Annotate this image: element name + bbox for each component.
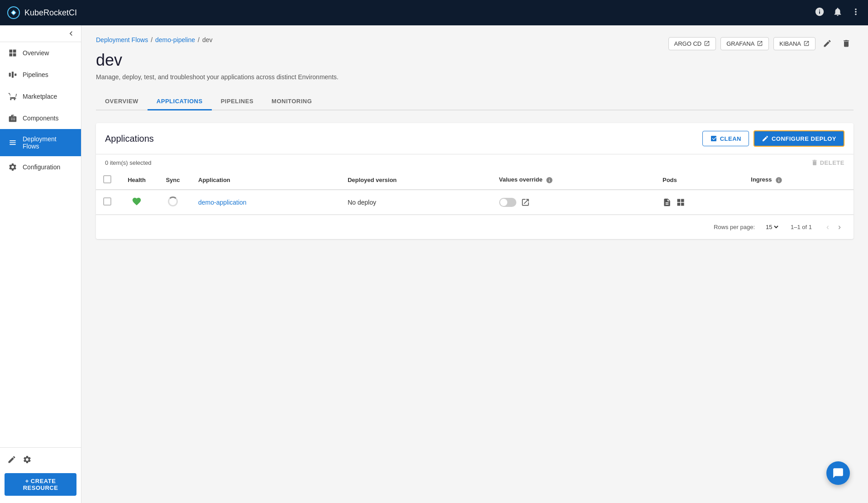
delete-page-button[interactable] — [839, 36, 854, 51]
pagination: Rows per page: 15 25 50 1–1 of 1 ‹ › — [96, 215, 854, 239]
chat-fab-button[interactable] — [826, 461, 850, 485]
more-icon[interactable] — [851, 7, 861, 19]
components-icon — [8, 114, 17, 123]
breadcrumb-sep-2: / — [198, 36, 200, 43]
applications-section: Applications CLEAN CONFIGURE DEPLOY 0 i — [96, 123, 854, 239]
kibana-label: KIBANA — [779, 40, 801, 47]
argo-cd-label: ARGO CD — [674, 40, 702, 47]
pipelines-icon — [8, 70, 17, 79]
grid-icon — [8, 48, 17, 57]
tab-monitoring[interactable]: MONITORING — [262, 93, 321, 110]
values-override-toggle[interactable] — [499, 198, 516, 207]
sidebar-bottom — [0, 447, 81, 473]
sidebar-item-configuration[interactable]: Configuration — [0, 156, 81, 178]
kibana-button[interactable]: KIBANA — [773, 37, 816, 50]
config-icon — [8, 163, 17, 172]
applications-table: Health Sync Application Deployed version — [96, 171, 854, 215]
rows-per-page-select[interactable]: 15 25 50 — [764, 223, 780, 231]
sidebar-item-pipelines[interactable]: Pipelines — [0, 64, 81, 86]
chat-icon — [832, 467, 844, 479]
sidebar-item-label: Overview — [23, 49, 49, 57]
row-values-override-cell — [492, 190, 655, 215]
delete-button: DELETE — [811, 159, 844, 166]
edit-icon[interactable] — [7, 455, 16, 466]
row-sync-cell — [155, 190, 191, 215]
table-container: Health Sync Application Deployed version — [96, 171, 854, 215]
row-ingress-cell — [744, 190, 854, 215]
clean-icon — [710, 135, 717, 142]
deployed-version-value: No deploy — [348, 199, 376, 206]
sidebar-item-marketplace[interactable]: Marketplace — [0, 86, 81, 107]
table-meta: 0 item(s) selected DELETE — [96, 154, 854, 171]
page-header-left: Deployment Flows / demo-pipeline / dev d… — [96, 36, 339, 81]
select-all-checkbox[interactable] — [103, 175, 111, 183]
health-green-icon — [132, 201, 142, 208]
sidebar-collapse-btn[interactable] — [0, 25, 81, 42]
clean-button[interactable]: CLEAN — [702, 131, 749, 146]
clean-label: CLEAN — [720, 135, 741, 142]
col-ingress: Ingress — [744, 171, 854, 190]
tab-overview[interactable]: OVERVIEW — [96, 93, 148, 110]
svg-rect-4 — [14, 74, 16, 76]
applications-title: Applications — [105, 134, 154, 144]
edit-icon — [823, 39, 832, 48]
flows-icon — [8, 138, 17, 147]
breadcrumb-deployment-flows[interactable]: Deployment Flows — [96, 36, 148, 43]
settings-icon[interactable] — [23, 455, 32, 466]
configure-deploy-button[interactable]: CONFIGURE DEPLOY — [754, 130, 844, 147]
marketplace-icon — [8, 92, 17, 101]
prev-page-button[interactable]: ‹ — [823, 220, 833, 234]
row-deployed-version-cell: No deploy — [340, 190, 491, 215]
sidebar-item-label: Pipelines — [23, 71, 48, 78]
application-link[interactable]: demo-application — [198, 199, 247, 206]
tab-applications[interactable]: APPLICATIONS — [148, 93, 212, 110]
sidebar-item-components[interactable]: Components — [0, 107, 81, 129]
values-external-link-icon[interactable] — [521, 198, 530, 207]
delete-icon — [842, 39, 851, 48]
col-application: Application — [191, 171, 340, 190]
selected-count: 0 item(s) selected — [105, 159, 152, 166]
external-link-icon — [803, 40, 810, 47]
rows-per-page-label: Rows per page: — [714, 224, 755, 230]
edit-page-button[interactable] — [820, 36, 835, 51]
breadcrumb-dev: dev — [202, 36, 213, 43]
argo-cd-button[interactable]: ARGO CD — [668, 37, 716, 50]
next-page-button[interactable]: › — [835, 220, 844, 234]
delete-disabled-icon — [811, 159, 818, 166]
page-header: Deployment Flows / demo-pipeline / dev d… — [96, 36, 854, 81]
col-pods: Pods — [655, 171, 744, 190]
values-cell — [499, 198, 648, 207]
pods-grid-icon[interactable] — [676, 198, 685, 207]
pagination-nav: ‹ › — [823, 220, 844, 234]
sidebar-item-label: Deployment Flows — [23, 135, 73, 150]
tab-pipelines[interactable]: PIPELINES — [212, 93, 262, 110]
col-deployed-version: Deployed version — [340, 171, 491, 190]
row-application-cell: demo-application — [191, 190, 340, 215]
grafana-label: GRAFANA — [726, 40, 754, 47]
sidebar-item-label: Marketplace — [23, 93, 57, 100]
sidebar-item-deployment-flows[interactable]: Deployment Flows — [0, 129, 81, 156]
applications-actions: CLEAN CONFIGURE DEPLOY — [702, 130, 844, 147]
svg-rect-2 — [9, 73, 11, 77]
pods-icons — [663, 198, 736, 207]
grafana-button[interactable]: GRAFANA — [720, 37, 769, 50]
create-resource-button[interactable]: + CREATE RESOURCE — [5, 473, 76, 496]
row-pods-cell — [655, 190, 744, 215]
row-checkbox[interactable] — [103, 197, 111, 206]
sidebar-item-overview[interactable]: Overview — [0, 42, 81, 64]
configure-deploy-label: CONFIGURE DEPLOY — [772, 135, 836, 142]
page-description: Manage, deploy, test, and troubleshoot y… — [96, 73, 339, 81]
breadcrumb-demo-pipeline[interactable]: demo-pipeline — [155, 36, 195, 43]
applications-header: Applications CLEAN CONFIGURE DEPLOY — [96, 123, 854, 154]
notification-icon[interactable] — [833, 7, 843, 19]
top-nav: KubeRocketCI — [0, 0, 868, 25]
pods-doc-icon[interactable] — [663, 198, 672, 207]
info-icon[interactable] — [815, 7, 825, 19]
page-header-right: ARGO CD GRAFANA KIBANA — [668, 36, 854, 51]
top-nav-icons — [815, 7, 861, 19]
col-sync: Sync — [155, 171, 191, 190]
logo-icon — [7, 6, 20, 19]
breadcrumb: Deployment Flows / demo-pipeline / dev — [96, 36, 339, 43]
sidebar-item-label: Configuration — [23, 163, 60, 171]
col-values-override: Values override — [492, 171, 655, 190]
